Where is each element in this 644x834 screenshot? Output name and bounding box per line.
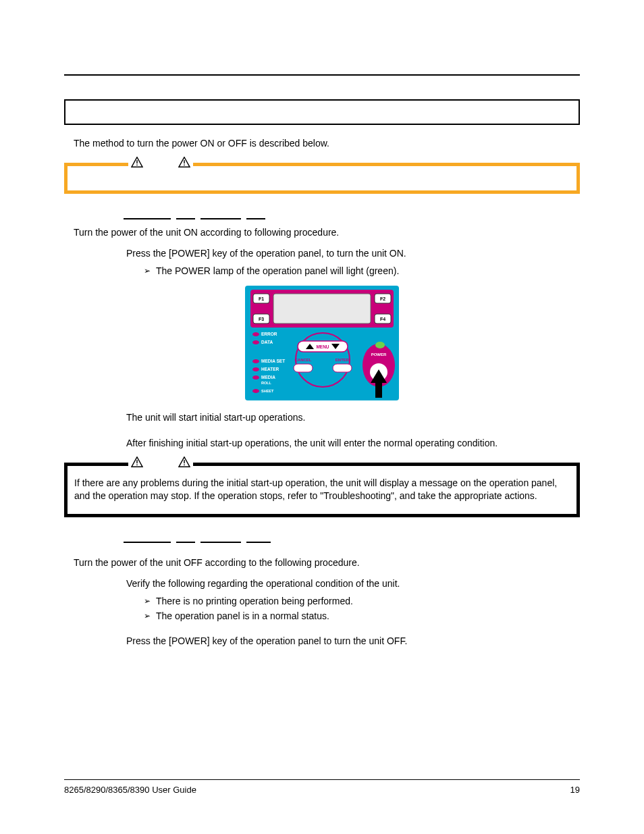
sheet-label: SHEET [261, 389, 274, 393]
svg-rect-26 [136, 464, 137, 465]
warning-icon [131, 157, 143, 167]
svg-point-11 [252, 332, 259, 336]
svg-rect-20 [333, 364, 352, 372]
f3-key: F3 [259, 317, 264, 321]
power-on-bullets: ➢ The POWER lamp of the operation panel … [144, 265, 580, 278]
bullet-text: The POWER lamp of the operation panel wi… [156, 265, 399, 278]
bullet-icon: ➢ [144, 265, 151, 277]
svg-rect-24 [375, 382, 382, 398]
operation-panel-figure: F1 F2 F3 F4 ERROR DATA MEDIA SET HEATER … [64, 286, 580, 400]
svg-rect-19 [294, 364, 313, 372]
power-on-intro: Turn the power of the unit ON according … [74, 226, 580, 240]
svg-rect-2 [184, 160, 184, 163]
f1-key: F1 [259, 296, 264, 301]
f4-key: F4 [380, 317, 385, 321]
warning-icon [131, 457, 143, 467]
notes-label [128, 457, 193, 467]
svg-point-14 [252, 367, 259, 371]
svg-rect-25 [136, 460, 137, 463]
enter-label: ENTER [336, 358, 350, 362]
intro-para: The method to turn the power ON or OFF i… [74, 137, 580, 151]
subhead-power-on [124, 218, 580, 219]
header-rule [64, 74, 580, 76]
svg-rect-27 [184, 460, 184, 463]
power-on-after2: After finishing initial start-up operati… [126, 437, 580, 450]
section-header-box [64, 99, 580, 125]
menu-label: MENU [316, 344, 329, 349]
svg-point-16 [252, 389, 259, 393]
power-off-bullets: ➢ There is no printing operation being p… [144, 595, 580, 623]
roll-label: ROLL [261, 381, 272, 385]
power-on-step1: Press the [POWER] key of the operation p… [126, 247, 580, 261]
page-footer: 8265/8290/8365/8390 User Guide 19 [64, 779, 580, 796]
heater-label: HEATER [261, 367, 279, 371]
svg-point-15 [252, 375, 259, 380]
media-label: MEDIA [261, 375, 275, 380]
footer-page-number: 19 [570, 784, 580, 796]
notes-callout: If there are any problems during the ini… [64, 463, 580, 517]
cancel-label: CANCEL [295, 358, 312, 362]
caution-label [128, 157, 193, 167]
svg-point-12 [252, 340, 259, 344]
svg-rect-1 [136, 164, 137, 165]
bullet-icon: ➢ [144, 610, 151, 622]
notes-text: If there are any problems during the ini… [74, 477, 570, 503]
bullet-icon: ➢ [144, 595, 151, 607]
mediaset-label: MEDIA SET [261, 359, 285, 363]
f2-key: F2 [380, 296, 385, 301]
power-off-step2: Press the [POWER] key of the operation p… [126, 635, 580, 648]
svg-rect-3 [184, 164, 184, 165]
subhead-power-off [124, 542, 580, 543]
svg-rect-0 [136, 160, 137, 163]
bullet-text: The operation panel is in a normal statu… [156, 610, 329, 623]
caution-callout [64, 163, 580, 194]
warning-icon [178, 157, 190, 167]
list-item: ➢ The POWER lamp of the operation panel … [144, 265, 580, 278]
warning-icon [178, 457, 190, 467]
svg-rect-6 [273, 294, 371, 323]
svg-rect-28 [184, 464, 184, 465]
data-label: DATA [261, 340, 273, 344]
list-item: ➢ There is no printing operation being p… [144, 595, 580, 608]
svg-point-13 [252, 359, 259, 363]
list-item: ➢ The operation panel is in a normal sta… [144, 610, 580, 623]
operation-panel-svg: F1 F2 F3 F4 ERROR DATA MEDIA SET HEATER … [245, 286, 399, 400]
power-on-after1: The unit will start initial start-up ope… [126, 411, 580, 425]
footer-left: 8265/8290/8365/8390 User Guide [64, 784, 196, 796]
power-off-step1: Verify the following regarding the opera… [126, 577, 580, 591]
svg-point-22 [375, 342, 385, 348]
power-label: POWER [371, 353, 387, 357]
error-label: ERROR [261, 332, 277, 336]
bullet-text: There is no printing operation being per… [156, 595, 353, 608]
power-off-intro: Turn the power of the unit OFF according… [74, 556, 580, 570]
